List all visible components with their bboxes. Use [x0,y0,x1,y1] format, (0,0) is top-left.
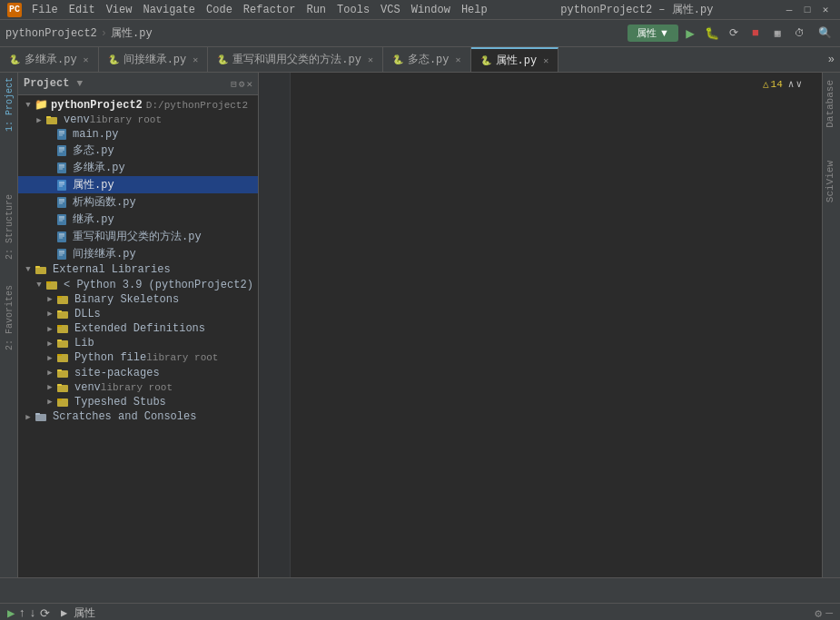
tree-root[interactable]: ▼📁pythonProject2D:/pythonProject2 [18,97,258,113]
database-panel-button[interactable]: Database [823,73,840,135]
menu-bar[interactable]: FileEditViewNavigateCodeRefactorRunTools… [27,3,492,17]
folder-arrow[interactable]: ▶ [44,294,56,304]
tree-item-Pythonfile[interactable]: ▶Python file library root [18,350,258,365]
tree-item-py[interactable]: 重写和调用父类的方法.py [18,228,258,245]
minimize-button[interactable]: — [782,3,796,17]
project-tree[interactable]: ▼📁pythonProject2D:/pythonProject2▶venv l… [18,95,258,577]
maximize-button[interactable]: □ [800,3,815,17]
file-icon [56,179,70,192]
stop-button[interactable]: ■ [746,24,766,44]
menu-navigate[interactable]: Navigate [138,3,200,17]
breadcrumb-file[interactable]: 属性.py [111,25,153,41]
favorites-rail-item[interactable]: 2: Favorites [0,281,18,354]
folder-arrow[interactable]: ▶ [33,115,45,125]
window-controls[interactable]: —□✕ [782,3,833,17]
run-rerun-button[interactable]: ⟳ [40,606,50,621]
menu-vcs[interactable]: VCS [376,3,405,17]
tree-item-mainpy[interactable]: main.py [18,127,258,142]
tree-item-label: main.py [73,128,118,141]
folder-arrow[interactable]: ▼ [22,265,35,274]
tree-item-ExtendedDefinitions[interactable]: ▶Extended Definitions [18,321,258,336]
breadcrumb-project[interactable]: pythonProject2 [5,27,97,40]
sciview-panel-button[interactable]: SciView [823,153,840,210]
run-play-button[interactable]: ▶ [7,605,15,620]
structure-rail-item[interactable]: 2: Structure [0,191,18,263]
toolbar: pythonProject2 › 属性.py 属性 ▼ ▶ 🐛 ⟳ ■ ▦ ⏱ … [0,20,840,47]
tree-item-py[interactable]: 析构函数.py [18,193,258,211]
menu-file[interactable]: File [27,3,63,17]
editor-tab-py[interactable]: 🐍间接继承.py✕ [99,47,209,72]
svg-rect-40 [57,311,68,319]
run-side-controls[interactable]: ▶ ↑ ↓ ⟳ [7,605,50,620]
run-settings-button[interactable]: ⚙ [815,606,822,621]
collapse-all-button[interactable]: ⊟ [231,78,237,90]
folder-arrow[interactable]: ▶ [44,397,56,407]
tab-close-button[interactable]: ✕ [84,54,89,65]
menu-code[interactable]: Code [202,3,237,17]
tree-item-venv[interactable]: ▶venv library root [18,113,258,127]
folder-arrow[interactable]: ▶ [44,324,56,334]
folder-arrow[interactable]: ▶ [44,309,56,319]
menu-tools[interactable]: Tools [332,3,374,17]
debug-button[interactable]: 🐛 [702,24,722,44]
folder-arrow[interactable]: ▶ [44,382,56,392]
editor-tab-py[interactable]: 🐍多继承.py✕ [0,47,99,72]
folder-icon [45,113,61,126]
tree-item-label: 属性.py [73,177,114,192]
tree-item-TypeshedStubs[interactable]: ▶Typeshed Stubs [18,395,258,409]
code-content[interactable]: △ 14 ∧ ∨ [291,73,822,577]
tree-item-Lib[interactable]: ▶Lib [18,336,258,350]
tree-item-py[interactable]: 多态.py [18,142,258,159]
folder-arrow[interactable]: ▶ [22,412,35,422]
tree-item-ExternalLibraries[interactable]: ▼External Libraries [18,262,258,277]
hide-panel-button[interactable]: ✕ [246,78,252,90]
tree-item-label: 重写和调用父类的方法.py [73,229,202,244]
project-rail-item[interactable]: 1: Project [0,73,18,136]
tab-close-button[interactable]: ✕ [543,55,548,66]
tab-overflow-button[interactable]: » [823,47,840,72]
search-button[interactable]: 🔍 [815,24,835,44]
run-button[interactable]: ▶ [680,24,700,44]
run-down-button[interactable]: ↓ [29,606,36,620]
tab-close-button[interactable]: ✕ [456,54,461,65]
editor-tab-py[interactable]: 🐍重写和调用父类的方法.py✕ [208,47,383,72]
folder-arrow[interactable]: ▶ [44,353,56,363]
coverage-button[interactable]: ▦ [767,24,787,44]
menu-window[interactable]: Window [407,3,455,17]
project-header-actions[interactable]: ⊟ ⚙ ✕ [231,78,252,90]
menu-refactor[interactable]: Refactor [239,3,301,17]
run-actions[interactable]: ⚙ — [815,606,833,621]
profile-button[interactable]: ⏱ [789,24,809,44]
menu-view[interactable]: View [102,3,137,17]
tree-item-BinarySkeletons[interactable]: ▶Binary Skeletons [18,292,258,307]
menu-help[interactable]: Help [457,3,492,17]
svg-rect-34 [35,267,46,274]
svg-rect-0 [46,117,57,124]
tree-item-py[interactable]: 继承.py [18,211,258,228]
tab-close-button[interactable]: ✕ [368,54,373,65]
tree-item-ScratchesandConsoles[interactable]: ▶Scratches and Consoles [18,409,258,424]
tree-item-py[interactable]: 属性.py [18,176,258,193]
editor-tab-py[interactable]: 🐍多态.py✕ [383,47,471,72]
tree-item-py[interactable]: 多继承.py [18,159,258,176]
tree-item-venv[interactable]: ▶venv library root [18,380,258,395]
folder-arrow[interactable]: ▶ [44,339,56,349]
run-config-button[interactable]: 属性 ▼ [628,25,678,42]
settings-button[interactable]: ⚙ [239,78,245,90]
tab-close-button[interactable]: ✕ [193,54,198,65]
project-dropdown-arrow[interactable]: ▼ [76,78,83,89]
svg-rect-54 [35,414,46,421]
tree-item-Python39pythonProject2[interactable]: ▼< Python 3.9 (pythonProject2) [18,278,258,292]
tree-item-DLLs[interactable]: ▶DLLs [18,307,258,321]
folder-arrow[interactable]: ▶ [44,368,56,378]
close-button[interactable]: ✕ [818,3,833,17]
run-up-button[interactable]: ↑ [18,606,25,620]
menu-run[interactable]: Run [301,3,331,17]
tree-item-sitepackages[interactable]: ▶site-packages [18,366,258,380]
tree-item-py[interactable]: 间接继承.py [18,245,258,262]
folder-arrow[interactable]: ▼ [33,280,45,290]
rerun-button[interactable]: ⟳ [724,24,744,44]
menu-edit[interactable]: Edit [64,3,100,17]
run-minimize-button[interactable]: — [825,606,833,621]
editor-tab-py[interactable]: 🐍属性.py✕ [471,47,559,72]
